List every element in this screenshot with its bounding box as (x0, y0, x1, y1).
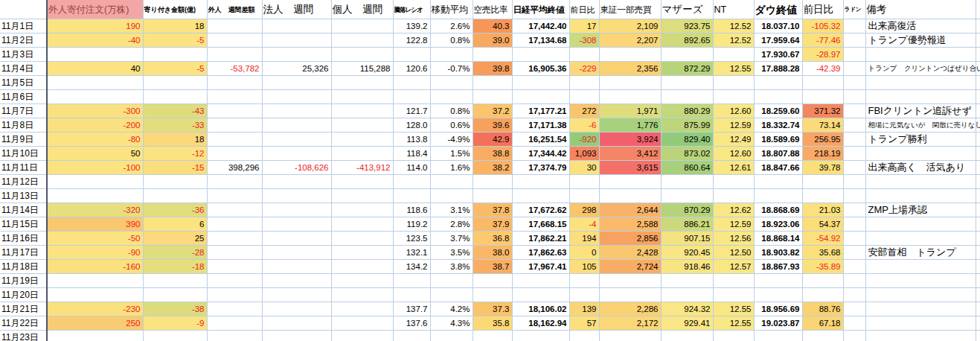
cell-opening_amount[interactable]: -38 (143, 302, 207, 316)
cell-indiv_weekly[interactable] (331, 316, 393, 330)
cell-dow_chg[interactable]: 218.19 (802, 146, 843, 160)
cell-short_ratio[interactable] (473, 273, 512, 287)
cell-gaijin_order[interactable] (47, 174, 143, 188)
cell-opening_amount[interactable]: -12 (143, 146, 207, 160)
cell-dow_chg[interactable] (802, 188, 843, 203)
cell-indiv_weekly[interactable] (331, 217, 393, 231)
cell-dow_close[interactable] (754, 75, 802, 89)
cell-moving_avg[interactable] (430, 89, 473, 103)
cell-mothers[interactable] (661, 273, 713, 287)
cell-edge[interactable] (976, 188, 980, 203)
cell-gaijin_order[interactable] (47, 89, 143, 103)
cell-gaijin_order[interactable]: -320 (47, 203, 143, 217)
cell-remarks[interactable]: ZMP上場承認 (865, 203, 976, 217)
cell-tse1_volume[interactable] (599, 47, 661, 61)
cell-nikkei_close[interactable] (512, 89, 569, 103)
cell-nikkei_close[interactable]: 18,162.94 (512, 316, 569, 330)
row-label[interactable]: 11月21日 (0, 302, 47, 316)
cell-foreign_weekly[interactable]: 398,296 (207, 160, 262, 174)
cell-radon[interactable] (843, 273, 865, 287)
cell-radon[interactable] (843, 217, 865, 231)
cell-tse1_volume[interactable] (599, 330, 661, 341)
cell-dow_close[interactable]: 18.332.74 (754, 118, 802, 132)
cell-opening_amount[interactable]: -5 (143, 33, 207, 47)
col-header-opening_amount[interactable]: 寄り付き金額(億) (143, 0, 207, 19)
cell-dow_chg[interactable] (802, 330, 843, 341)
cell-opening_amount[interactable]: 18 (143, 19, 207, 33)
cell-updown_ratio[interactable]: 134.2 (393, 259, 430, 273)
cell-updown_ratio[interactable]: 128.0 (393, 118, 430, 132)
cell-nikkei_close[interactable] (512, 75, 569, 89)
cell-radon[interactable] (843, 316, 865, 330)
cell-nikkei_close[interactable]: 17,668.15 (512, 217, 569, 231)
cell-radon[interactable] (843, 61, 865, 75)
cell-mothers[interactable] (661, 287, 713, 302)
row-label[interactable]: 11月12日 (0, 174, 47, 188)
cell-short_ratio[interactable]: 39.0 (473, 33, 512, 47)
cell-moving_avg[interactable]: 3.7% (430, 231, 473, 245)
cell-moving_avg[interactable]: 1.6% (430, 160, 473, 174)
cell-short_ratio[interactable] (473, 174, 512, 188)
cell-edge[interactable] (976, 287, 980, 302)
cell-remarks[interactable] (865, 89, 976, 103)
cell-foreign_weekly[interactable] (207, 330, 262, 341)
cell-foreign_weekly[interactable] (207, 89, 262, 103)
cell-nt[interactable] (713, 89, 754, 103)
row-label[interactable]: 11月14日 (0, 203, 47, 217)
cell-radon[interactable] (843, 47, 865, 61)
cell-nikkei_chg[interactable] (569, 89, 599, 103)
cell-foreign_weekly[interactable] (207, 203, 262, 217)
cell-dow_chg[interactable]: 39.78 (802, 160, 843, 174)
cell-radon[interactable] (843, 118, 865, 132)
cell-updown_ratio[interactable] (393, 89, 430, 103)
cell-dow_close[interactable] (754, 174, 802, 188)
cell-radon[interactable] (843, 19, 865, 33)
cell-updown_ratio[interactable] (393, 287, 430, 302)
cell-remarks[interactable] (865, 217, 976, 231)
cell-nikkei_close[interactable]: 17,672.62 (512, 203, 569, 217)
cell-indiv_weekly[interactable] (331, 19, 393, 33)
cell-moving_avg[interactable]: 3.1% (430, 203, 473, 217)
cell-edge[interactable] (976, 245, 980, 259)
cell-short_ratio[interactable]: 40.3 (473, 19, 512, 33)
cell-nikkei_close[interactable]: 17,171.38 (512, 118, 569, 132)
cell-gaijin_order[interactable] (47, 47, 143, 61)
cell-nikkei_chg[interactable] (569, 330, 599, 341)
cell-opening_amount[interactable] (143, 330, 207, 341)
cell-indiv_weekly[interactable] (331, 33, 393, 47)
cell-nt[interactable] (713, 273, 754, 287)
col-header-tse1_volume[interactable]: 東証一部売買 (599, 0, 661, 19)
cell-mothers[interactable]: 892.65 (661, 33, 713, 47)
cell-moving_avg[interactable]: 0.6% (430, 118, 473, 132)
cell-indiv_weekly[interactable] (331, 273, 393, 287)
cell-dow_close[interactable] (754, 188, 802, 203)
row-label[interactable]: 11月10日 (0, 146, 47, 160)
cell-updown_ratio[interactable]: 119.2 (393, 217, 430, 231)
cell-foreign_weekly[interactable] (207, 316, 262, 330)
cell-indiv_weekly[interactable] (331, 75, 393, 89)
cell-nt[interactable]: 12.52 (713, 33, 754, 47)
cell-gaijin_order[interactable]: 40 (47, 61, 143, 75)
cell-nikkei_chg[interactable]: -229 (569, 61, 599, 75)
col-header-mothers[interactable]: マザーズ (661, 0, 713, 19)
cell-dow_chg[interactable]: -35.89 (802, 259, 843, 273)
cell-remarks[interactable]: 相場に元気ないが 閑散に売りなし (865, 118, 976, 132)
col-header-nikkei_chg[interactable]: 前日比 (569, 0, 599, 19)
cell-short_ratio[interactable]: 38.8 (473, 146, 512, 160)
cell-radon[interactable] (843, 287, 865, 302)
cell-updown_ratio[interactable] (393, 330, 430, 341)
cell-tse1_volume[interactable] (599, 75, 661, 89)
cell-moving_avg[interactable]: 3.5% (430, 245, 473, 259)
cell-nt[interactable] (713, 188, 754, 203)
row-label[interactable]: 11月23日 (0, 330, 47, 341)
cell-opening_amount[interactable]: -15 (143, 160, 207, 174)
cell-nt[interactable]: 12.50 (713, 245, 754, 259)
row-label[interactable]: 11月16日 (0, 231, 47, 245)
cell-foreign_weekly[interactable] (207, 33, 262, 47)
cell-opening_amount[interactable]: -36 (143, 203, 207, 217)
cell-nikkei_chg[interactable]: 30 (569, 160, 599, 174)
cell-opening_amount[interactable] (143, 273, 207, 287)
cell-nikkei_chg[interactable] (569, 273, 599, 287)
cell-remarks[interactable]: 出来高高く 活気あり (865, 160, 976, 174)
cell-moving_avg[interactable]: 0.8% (430, 103, 473, 118)
